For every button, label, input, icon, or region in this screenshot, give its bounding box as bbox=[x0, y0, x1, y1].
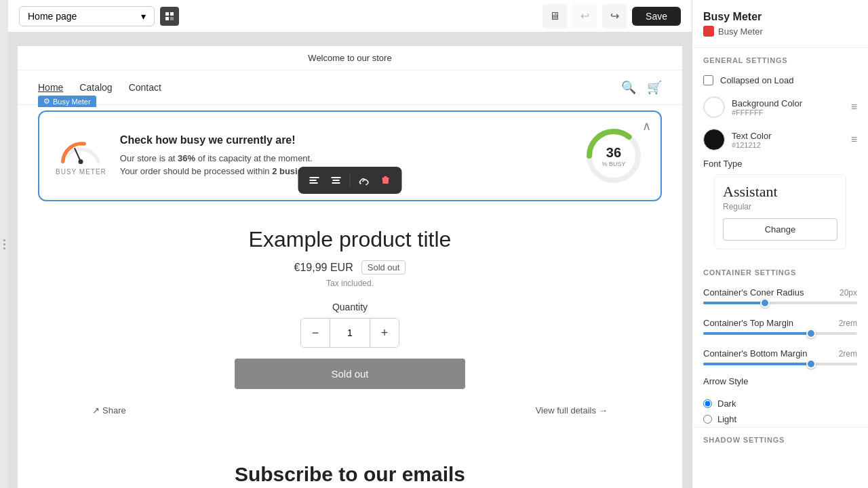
svg-rect-1 bbox=[170, 12, 174, 16]
cursor-icon[interactable] bbox=[160, 7, 179, 26]
collapsed-on-load-row: Collapsed on Load bbox=[692, 70, 868, 91]
top-margin-track[interactable] bbox=[703, 332, 857, 335]
bottom-margin-row: Container's Bottom Margin 2rem bbox=[692, 343, 868, 373]
cart-icon[interactable]: 🛒 bbox=[647, 80, 662, 95]
arrow-style-label: Arrow Style bbox=[703, 376, 857, 386]
subscribe-section: Subscribe to our emails bbox=[18, 436, 682, 488]
search-icon[interactable]: 🔍 bbox=[621, 80, 636, 95]
svg-point-5 bbox=[79, 159, 83, 164]
tax-note: Tax included. bbox=[38, 279, 662, 288]
background-color-options-icon[interactable]: ≡ bbox=[851, 101, 857, 113]
canvas: Welcome to our store Home Catalog Contac… bbox=[18, 46, 682, 488]
corner-radius-track[interactable] bbox=[703, 302, 857, 304]
nav-icons: 🔍 🛒 bbox=[621, 80, 662, 95]
nav-link-home[interactable]: Home bbox=[38, 82, 63, 93]
close-busy-meter-button[interactable]: ∧ bbox=[642, 119, 651, 134]
background-color-swatch[interactable] bbox=[703, 96, 725, 118]
chevron-down-icon: ▾ bbox=[141, 11, 146, 22]
save-button[interactable]: Save bbox=[632, 7, 681, 26]
handle-dot bbox=[3, 243, 5, 245]
share-link[interactable]: ↗ Share bbox=[92, 405, 126, 415]
page-selector[interactable]: Home page ▾ bbox=[19, 6, 155, 26]
arrow-dark-row: Dark bbox=[692, 396, 868, 411]
arrow-light-radio[interactable] bbox=[703, 415, 712, 424]
svg-rect-3 bbox=[170, 17, 174, 20]
nav-links: Home Catalog Contact bbox=[38, 82, 161, 93]
nav-link-catalog[interactable]: Catalog bbox=[79, 82, 112, 93]
toolbar-delete-button[interactable] bbox=[376, 171, 395, 190]
change-font-button[interactable]: Change bbox=[723, 218, 837, 241]
collapsed-on-load-checkbox[interactable] bbox=[703, 75, 713, 85]
store-announcement: Welcome to our store bbox=[18, 46, 682, 70]
font-type-label: Font Type bbox=[703, 159, 857, 169]
product-section: Example product title €19,99 EUR Sold ou… bbox=[18, 207, 682, 436]
desktop-view-button[interactable]: 🖥 bbox=[542, 4, 567, 28]
arrow-dark-radio[interactable] bbox=[703, 399, 712, 408]
panel-title: Busy Meter bbox=[703, 11, 857, 23]
toolbar-align-center-button[interactable] bbox=[327, 171, 346, 190]
bottom-margin-label: Container's Bottom Margin bbox=[703, 348, 808, 359]
handle-dot bbox=[3, 247, 5, 249]
floating-toolbar bbox=[298, 167, 402, 194]
nav-link-contact[interactable]: Contact bbox=[129, 82, 161, 93]
right-panel: Busy Meter Busy Meter GENERAL SETTINGS C… bbox=[692, 0, 868, 488]
svg-rect-12 bbox=[333, 180, 340, 181]
quantity-decrease-button[interactable]: − bbox=[301, 319, 330, 347]
font-name: Assistant bbox=[723, 183, 837, 201]
text-color-swatch[interactable] bbox=[703, 129, 725, 150]
quantity-increase-button[interactable]: + bbox=[370, 319, 399, 347]
arrow-dark-label: Dark bbox=[717, 399, 736, 409]
svg-rect-0 bbox=[165, 12, 169, 16]
text-color-options-icon[interactable]: ≡ bbox=[851, 134, 857, 146]
busy-meter-chip-icon: ⚙ bbox=[43, 97, 50, 106]
view-full-details-link[interactable]: View full details → bbox=[536, 405, 608, 415]
sold-out-badge: Sold out bbox=[361, 260, 406, 274]
quantity-input[interactable] bbox=[330, 319, 370, 347]
app-icon bbox=[703, 26, 714, 37]
svg-rect-8 bbox=[310, 177, 319, 178]
top-bar-right: 🖥 ↩ ↪ Save bbox=[542, 4, 681, 28]
general-settings-header: GENERAL SETTINGS bbox=[692, 48, 868, 70]
top-margin-label: Container's Top Margin bbox=[703, 318, 793, 328]
quantity-label: Quantity bbox=[38, 302, 662, 312]
sold-out-button[interactable]: Sold out bbox=[235, 359, 465, 389]
circular-gauge: 36 % BUSY bbox=[583, 125, 644, 186]
top-bar-left: Home page ▾ bbox=[19, 6, 179, 26]
gauge-icon: BUSY METER bbox=[56, 136, 106, 176]
store-nav: Home Catalog Contact 🔍 🛒 bbox=[18, 70, 682, 105]
text-color-row: Text Color #121212 ≡ bbox=[692, 123, 868, 156]
svg-rect-2 bbox=[165, 17, 169, 20]
corner-radius-label: Container's Coner Radius bbox=[703, 287, 804, 298]
product-actions: ↗ Share View full details → bbox=[38, 405, 662, 415]
toolbar-divider bbox=[350, 174, 351, 187]
busy-meter-chip: ⚙ Busy Meter bbox=[38, 96, 96, 107]
toolbar-link-button[interactable] bbox=[355, 171, 374, 190]
text-color-info: Text Color #121212 bbox=[732, 131, 772, 149]
arrow-light-row: Light bbox=[692, 411, 868, 427]
undo-button[interactable]: ↩ bbox=[572, 4, 597, 28]
toolbar-align-left-button[interactable] bbox=[305, 171, 324, 190]
top-bar: Home page ▾ 🖥 ↩ ↪ Save bbox=[8, 0, 692, 33]
corner-radius-row: Container's Coner Radius 20px bbox=[692, 282, 868, 312]
background-color-info: Background Color #FFFFFF bbox=[732, 98, 802, 117]
product-title: Example product title bbox=[38, 227, 662, 252]
bottom-margin-value: 2rem bbox=[839, 349, 857, 359]
shadow-settings-header: SHADOW SETTINGS bbox=[692, 427, 868, 449]
font-style: Regular bbox=[723, 202, 837, 211]
redo-button[interactable]: ↪ bbox=[602, 4, 627, 28]
font-box: Assistant Regular Change bbox=[714, 174, 846, 249]
background-color-row: Background Color #FFFFFF ≡ bbox=[692, 91, 868, 123]
top-margin-value: 2rem bbox=[839, 319, 857, 328]
svg-rect-11 bbox=[332, 177, 341, 178]
subscribe-title: Subscribe to our emails bbox=[38, 463, 662, 486]
editor-area: Home page ▾ 🖥 ↩ ↪ Save Welcome bbox=[8, 0, 692, 488]
handle-dot bbox=[3, 239, 5, 241]
quantity-control: − + bbox=[300, 318, 399, 348]
canvas-wrapper: Welcome to our store Home Catalog Contac… bbox=[8, 33, 692, 488]
svg-rect-9 bbox=[310, 180, 317, 181]
bottom-margin-track[interactable] bbox=[703, 363, 857, 365]
left-resize-handle[interactable] bbox=[0, 0, 8, 488]
page-selector-label: Home page bbox=[28, 11, 77, 22]
product-price-row: €19,99 EUR Sold out bbox=[38, 260, 662, 274]
panel-header: Busy Meter Busy Meter bbox=[692, 0, 868, 48]
